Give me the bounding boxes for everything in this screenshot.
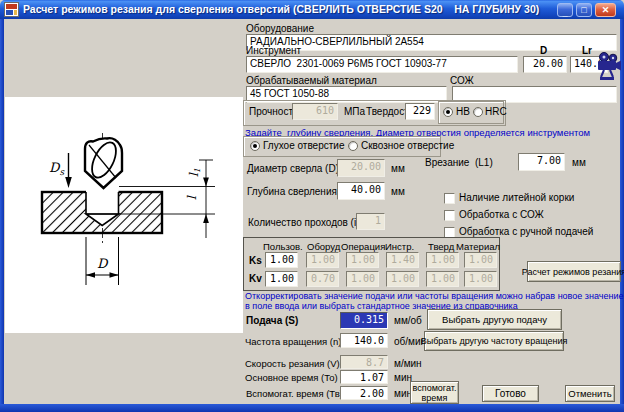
rpm-label: Частота вращения (n) — [245, 336, 341, 347]
kv-hardness-field: 1.00 — [426, 271, 459, 287]
ks-operation-field: 1.00 — [346, 252, 379, 268]
plunge-unit: мм — [572, 157, 586, 168]
hrc-radio[interactable] — [473, 107, 483, 117]
blind-hole-radio[interactable] — [250, 141, 260, 151]
main-time-label: Основное время (То) — [245, 372, 338, 383]
coeff-header-operation: Операция — [341, 241, 385, 252]
kv-user-field[interactable]: 1.00 — [265, 271, 298, 287]
strength-unit: МПа — [344, 106, 365, 117]
app-window: Расчет режимов резания для сверления отв… — [0, 0, 624, 412]
cut-speed-label: Скорость резания (V) — [245, 358, 340, 369]
aux-time-button[interactable]: вспомогат. время — [410, 381, 459, 404]
drill-scheme-diagram: Ds l1 l D — [5, 97, 243, 333]
kv-equipment-field: 0.70 — [306, 271, 339, 287]
feed-label: Подача (S) — [246, 315, 298, 326]
hrc-radio-label: HRC — [485, 106, 507, 117]
main-time-field[interactable]: 1.07 — [340, 370, 388, 384]
material-label: Обрабатываемый материал — [246, 75, 377, 86]
tool-lr-header: Lr — [582, 45, 592, 56]
aux-time-field[interactable]: 2.00 — [340, 386, 388, 400]
ks-row-label: Ks — [249, 255, 262, 266]
close-button[interactable]: ✕ — [595, 3, 616, 17]
tool-d-header: D — [540, 45, 547, 56]
aux-time-button-line1: вспомогат. — [413, 383, 457, 393]
rpm-field[interactable]: 140.0 — [340, 333, 388, 348]
casting-crust-label: Наличие литейной корки — [459, 192, 574, 203]
coolant-processing-checkbox[interactable] — [444, 210, 455, 221]
coolant-label: СОЖ — [450, 75, 474, 86]
plunge-label: Врезание (L1) — [425, 157, 493, 168]
through-hole-radio[interactable] — [348, 141, 358, 151]
label-l: l — [185, 195, 199, 200]
tool-d-field[interactable]: 20.00 — [523, 56, 567, 73]
coeff-header-equipment: Оборуд — [307, 241, 340, 252]
casting-crust-checkbox[interactable] — [444, 193, 455, 204]
cut-speed-unit: м/мин — [394, 358, 422, 369]
equipment-label: Оборудование — [246, 23, 314, 34]
label-l1: l1 — [187, 168, 202, 177]
kv-row-label: Kv — [249, 273, 262, 284]
label-d: D — [97, 256, 109, 271]
coeff-header-tool: Инстр. — [385, 241, 414, 252]
drill-depth-unit: мм — [391, 186, 405, 197]
hardness-field[interactable]: 229 — [405, 103, 435, 120]
coeff-header-material: Материал — [456, 241, 500, 252]
passes-label: Количество проходов (i) — [248, 217, 360, 228]
drill-depth-field[interactable]: 40.00 — [337, 182, 385, 200]
blind-hole-label: Глухое отверстие — [263, 140, 344, 151]
drill-diameter-field: 20.00 — [337, 159, 385, 177]
aux-time-button-line2: время — [422, 393, 448, 403]
tool-label: Инструмент — [246, 45, 301, 56]
cancel-button[interactable]: Отменить — [565, 385, 615, 402]
feed-field[interactable]: 0.315 — [340, 312, 388, 329]
kv-operation-field: 1.00 — [346, 271, 379, 287]
pick-rpm-button[interactable]: Выбрать другую частоту вращения — [424, 331, 564, 351]
tool-field[interactable]: СВЕРЛО 2301-0069 Р6М5 ГОСТ 10903-77 — [246, 56, 518, 73]
coeff-header-hardness: Тверд — [428, 241, 454, 252]
through-hole-label: Сквозное отверстие — [361, 140, 454, 151]
app-icon — [4, 2, 19, 17]
drill-diameter-label: Диаметр сверла (D) — [247, 163, 339, 174]
plunge-field[interactable]: 7.00 — [518, 153, 565, 171]
maximize-button[interactable]: □ — [576, 3, 592, 17]
kv-material-field: 1.00 — [464, 271, 497, 287]
video-camera-icon[interactable] — [596, 51, 622, 81]
ks-user-field[interactable]: 1.00 — [265, 252, 298, 268]
title-bar[interactable]: Расчет режимов резания для сверления отв… — [0, 0, 624, 19]
pick-feed-button[interactable]: Выбрать другую подачу — [427, 309, 562, 330]
ks-material-field: 1.00 — [464, 252, 497, 268]
strength-field: 610 — [292, 103, 338, 120]
minimize-button[interactable]: _ — [557, 3, 573, 17]
feed-unit: мм/об — [394, 315, 422, 326]
drill-diameter-unit: мм — [391, 163, 405, 174]
ks-hardness-field: 1.00 — [426, 252, 459, 268]
kv-tool-field: 1.00 — [386, 271, 419, 287]
drawing-panel: Ds l1 l D — [5, 97, 243, 333]
ks-tool-field: 1.40 — [386, 252, 419, 268]
passes-field: 1 — [356, 213, 385, 230]
hb-radio-label: НВ — [456, 106, 470, 117]
strength-label: Прочность — [249, 106, 298, 117]
coolant-processing-label: Обработка с СОЖ — [459, 209, 544, 220]
label-ds: Ds — [49, 160, 65, 177]
window-title: Расчет режимов резания для сверления отв… — [23, 0, 539, 19]
coeff-header-user: Пользов. — [263, 241, 303, 252]
cut-speed-field: 8.7 — [340, 355, 388, 369]
calculate-button[interactable]: Расчет режимов резания — [527, 261, 621, 282]
window-border-bottom — [0, 404, 624, 412]
aux-time-label: Вспомогат. время (Тв) — [246, 388, 343, 399]
ks-equipment-field: 1.00 — [306, 252, 339, 268]
hole — [86, 190, 119, 214]
manual-feed-label: Обработка с ручной подачей — [459, 226, 593, 237]
done-button[interactable]: Готово — [482, 385, 539, 402]
window-border-left — [0, 19, 4, 404]
hb-radio[interactable] — [443, 107, 453, 117]
correction-hint-line1: Откорректировать значение подачи или час… — [245, 291, 623, 301]
equipment-field[interactable]: РАДИАЛЬНО-СВЕРЛИЛЬНЫЙ 2А554 — [246, 34, 617, 51]
